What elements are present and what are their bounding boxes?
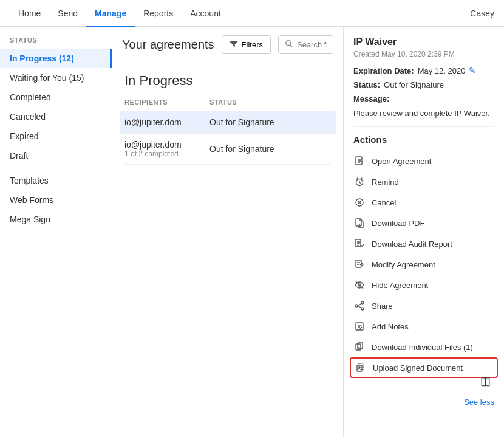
action-add-notes[interactable]: Add Notes [353, 316, 494, 337]
action-upload-signed[interactable]: Upload Signed Document ◫ [350, 357, 498, 378]
svg-line-15 [358, 304, 361, 306]
panel-title: IP Waiver [353, 36, 494, 47]
status-label: Status: [353, 80, 380, 89]
sidebar-item-web-forms[interactable]: Web Forms [0, 190, 112, 210]
panel-message: Message: [353, 94, 494, 103]
col-header-recipients: RECIPIENTS [124, 98, 209, 106]
filter-button[interactable]: Filters [222, 35, 271, 54]
sidebar-item-in-progress[interactable]: In Progress (12) [0, 49, 112, 68]
center-content: Your agreements Filters In Progress RECI… [112, 27, 343, 437]
action-open-agreement[interactable]: Open Agreement [353, 151, 494, 171]
action-share[interactable]: Share [353, 295, 494, 316]
action-label: Download Audit Report [372, 239, 452, 249]
nav-user: Casey [470, 9, 494, 18]
action-hide[interactable]: Hide Agreement [353, 275, 494, 295]
table-row[interactable]: io@jupiter.dom Out for Signature [120, 111, 336, 134]
filter-icon [230, 40, 238, 50]
svg-rect-17 [356, 323, 363, 330]
sidebar-item-expired[interactable]: Expired [0, 126, 112, 146]
action-download-files[interactable]: Download Individual Files (1) [353, 337, 494, 357]
hide-icon [353, 279, 366, 291]
action-label: Hide Agreement [372, 281, 428, 290]
table-container: RECIPIENTS STATUS io@jupiter.dom Out for… [112, 94, 343, 165]
top-nav: Home Send Manage Reports Account Casey [0, 0, 504, 27]
sidebar: STATUS In Progress (12) Waiting for You … [0, 27, 112, 437]
search-box [278, 35, 333, 54]
share-icon [353, 300, 366, 312]
sidebar-item-mega-sign[interactable]: Mega Sign [0, 210, 112, 229]
row-status: Out for Signature [209, 144, 331, 154]
action-label: Add Notes [372, 322, 409, 331]
files-icon [353, 341, 366, 353]
svg-line-16 [358, 306, 361, 308]
sidebar-item-canceled[interactable]: Canceled [0, 107, 112, 126]
search-icon [285, 40, 293, 50]
upload-doc-icon [355, 362, 367, 374]
row-email: io@jupiter.dom [124, 117, 209, 127]
action-label: Cancel [372, 198, 396, 207]
action-label: Share [372, 301, 393, 311]
nav-account[interactable]: Account [182, 0, 230, 27]
svg-point-0 [286, 41, 291, 46]
panel-created: Created May 10, 2020 2:39 PM [353, 50, 494, 58]
table-header: RECIPIENTS STATUS [124, 94, 331, 111]
download-doc-icon [353, 217, 366, 229]
agreements-title: Your agreements [122, 38, 214, 52]
nav-manage[interactable]: Manage [86, 0, 135, 27]
nav-items: Home Send Manage Reports Account [10, 0, 470, 27]
see-less-link[interactable]: See less [464, 397, 494, 407]
panel-divider [353, 126, 494, 127]
action-modify[interactable]: Modify Agreement [353, 254, 494, 275]
search-input[interactable] [297, 40, 327, 49]
action-label: Modify Agreement [372, 260, 435, 269]
actions-title: Actions [353, 134, 494, 145]
nav-send[interactable]: Send [49, 0, 86, 27]
row-sub: 1 of 2 completed [124, 150, 209, 158]
cursor-indicator: ◫ [480, 374, 491, 388]
main-layout: STATUS In Progress (12) Waiting for You … [0, 27, 504, 437]
message-value: Please review and complete IP Waiver. [353, 108, 494, 119]
action-label: Download Individual Files (1) [372, 343, 473, 352]
doc-icon [353, 155, 366, 167]
col-header-status: STATUS [209, 98, 331, 106]
row-status: Out for Signature [209, 117, 331, 127]
status-value: Out for Signature [384, 80, 444, 89]
section-header: In Progress [112, 63, 343, 94]
agreements-header: Your agreements Filters [112, 27, 343, 63]
svg-line-1 [290, 45, 293, 47]
message-label: Message: [353, 94, 389, 103]
action-label: Open Agreement [372, 157, 431, 166]
panel-expiration: Expiration Date: May 12, 2020 ✎ [353, 66, 494, 75]
clock-icon [353, 176, 366, 188]
nav-reports[interactable]: Reports [135, 0, 182, 27]
edit-expiration-icon[interactable]: ✎ [469, 66, 476, 75]
svg-point-12 [361, 301, 364, 304]
panel-status: Status: Out for Signature [353, 80, 494, 89]
svg-rect-9 [356, 260, 361, 267]
cancel-circle-icon [353, 196, 366, 208]
notes-icon [353, 320, 366, 332]
action-remind[interactable]: Remind [353, 171, 494, 192]
row-recipients: io@jupiter.dom [124, 117, 209, 127]
action-label: Download PDF [372, 219, 424, 228]
action-cancel[interactable]: Cancel [353, 192, 494, 213]
svg-point-13 [361, 308, 364, 310]
sidebar-item-draft[interactable]: Draft [0, 146, 112, 165]
audit-icon [353, 238, 366, 250]
action-download-audit[interactable]: Download Audit Report [353, 233, 494, 254]
action-label: Remind [372, 177, 399, 187]
expiration-label: Expiration Date: [353, 66, 414, 75]
expiration-value: May 12, 2020 [418, 66, 466, 75]
sidebar-item-templates[interactable]: Templates [0, 171, 112, 190]
sidebar-item-completed[interactable]: Completed [0, 88, 112, 107]
svg-point-14 [355, 305, 358, 307]
row-email: io@jupiter.dom [124, 140, 209, 150]
table-row[interactable]: io@jupiter.dom 1 of 2 completed Out for … [124, 134, 331, 165]
sidebar-item-waiting[interactable]: Waiting for You (15) [0, 68, 112, 88]
edit-doc-icon [353, 258, 366, 270]
section-title: In Progress [124, 73, 331, 89]
action-download-pdf[interactable]: Download PDF [353, 213, 494, 233]
action-label: Upload Signed Document [373, 363, 463, 373]
nav-home[interactable]: Home [10, 0, 49, 27]
status-header: STATUS [0, 36, 112, 49]
